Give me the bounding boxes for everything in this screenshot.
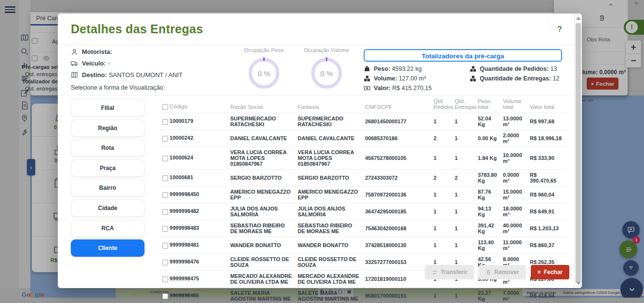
row-checkbox[interactable]: [162, 209, 168, 215]
table-row: 10000624 VERA LUCIA CORREA MOTA LOPES 01…: [160, 147, 567, 170]
help-button[interactable]: ?: [557, 25, 562, 34]
gauge-peso-label: Ocupação Peso: [233, 47, 295, 53]
cell-fantasia: JULIA DOS ANJOS SALMORIA: [295, 203, 363, 220]
row-checkbox[interactable]: [162, 243, 168, 249]
cell-fantasia: SALETE MARIA AGOSTINI MARTINS ME: [295, 288, 363, 303]
veiculo-row: Veículo: -: [71, 60, 110, 67]
cell-volume-total: 40.0000 m³: [500, 220, 527, 237]
weight-icon: [364, 66, 370, 72]
cell-peso-total: 94.13 Kg: [475, 203, 500, 220]
cell-qtd-entregas: 1: [452, 130, 475, 147]
view-button[interactable]: RCA: [71, 220, 145, 237]
cell-razao-social: SUPERMERCADO RATACHESKI: [228, 113, 295, 130]
cell-cnpj: 45675278000105: [363, 147, 431, 170]
motorista-row: Motorista:: [71, 48, 112, 55]
cell-peso-total: 52.04 Kg: [475, 113, 500, 130]
truck-icon: [71, 60, 78, 67]
view-button[interactable]: Região: [71, 119, 145, 137]
cell-valor-total: R$ 18.996,18: [527, 130, 567, 147]
row-checkbox[interactable]: [162, 260, 168, 265]
view-button-cliente[interactable]: Cliente: [71, 239, 145, 257]
cell-codigo: 10000681: [160, 170, 228, 186]
table-row: 9999998483 SEBASTIAO RIBEIRO DE MORAES M…: [160, 220, 567, 237]
cell-codigo: 9999998450: [160, 186, 228, 203]
remove-button[interactable]: Remover: [479, 265, 526, 279]
money-icon: [364, 85, 370, 92]
total-entregas: Quantidade de Entregas: 12: [470, 75, 559, 82]
cell-cnpj: 17201819000110: [363, 271, 431, 288]
cell-razao-social: WANDER BONATTO: [228, 237, 295, 254]
cell-cnpj: 36474295000185: [363, 203, 431, 220]
cell-codigo: 9999998481: [160, 237, 228, 254]
trash-icon: [486, 269, 491, 275]
view-button[interactable]: Cidade: [71, 199, 145, 217]
cell-peso-total: 3783.80 Kg: [475, 170, 500, 186]
cell-razao-social: JULIA DOS ANJOS SALMORIA: [228, 203, 295, 220]
cell-cnpj: 75870972000136: [363, 186, 431, 203]
cell-volume-total: 10.0000 m³: [500, 147, 527, 170]
select-view-label: Selecione a forma de Visualização:: [71, 84, 165, 91]
cell-valor-total: R$ 1.203,13: [527, 220, 567, 237]
cell-cnpj: 26801450000177: [363, 113, 431, 130]
cell-peso-total: 23.27 Kg: [475, 288, 500, 303]
gauge-peso: 0 %: [249, 58, 279, 89]
person-icon: [71, 48, 78, 55]
application-window: Google CÓRDOVA ENTRE RÍOS Sat Hill Atalh…: [0, 0, 644, 303]
cell-razao-social: MERCADO ALEXANDRE DE OLIVEIRA LTDA ME: [228, 271, 295, 288]
cell-qtd-entregas: 1: [452, 237, 475, 254]
row-checkbox[interactable]: [162, 277, 168, 282]
row-checkbox[interactable]: [162, 293, 168, 299]
cell-peso-total: 0.00 Kg: [475, 130, 500, 147]
row-checkbox[interactable]: [162, 226, 168, 232]
table-row: 9999998482 JULIA DOS ANJOS SALMORIA JULI…: [160, 203, 567, 220]
cell-codigo: 9999998476: [160, 254, 228, 271]
destino-row: Destino: SANTOS DUMONT / ANIT: [71, 71, 183, 79]
select-all-rows-checkbox[interactable]: [162, 104, 168, 110]
table-header-row: Código Razão Social Fantasia CNPJ/CPF Qt…: [160, 96, 567, 113]
cell-razao-social: SEBASTIAO RIBEIRO DE MORAES ME: [228, 220, 295, 237]
scrollbar-thumb[interactable]: [576, 23, 581, 282]
row-checkbox[interactable]: [162, 119, 168, 125]
totalizadores-header: Totalizadores da pré-carga: [364, 49, 562, 62]
view-button[interactable]: Filial: [71, 99, 145, 117]
cell-qtd-pedidos: 2: [431, 130, 452, 147]
view-button[interactable]: Praça: [71, 159, 145, 177]
row-checkbox[interactable]: [162, 192, 168, 198]
cell-cnpj: 33257277000153: [363, 254, 431, 271]
cell-codigo: 9999998482: [160, 203, 228, 220]
cell-volume-total: 0.0000 m³: [500, 170, 527, 186]
scroll-up-arrow[interactable]: [576, 17, 581, 20]
cell-cnpj: 95801700000191: [363, 288, 431, 303]
cubes-icon: [364, 75, 370, 82]
table-row: 10000179 SUPERMERCADO RATACHESKI SUPERME…: [160, 113, 567, 130]
view-button[interactable]: Bairro: [71, 179, 145, 197]
cell-fantasia: WANDER BONATTO: [295, 237, 363, 254]
total-volume: Volume: 127.00 m³: [364, 75, 426, 82]
cell-valor-total: R$ 649,91: [527, 203, 567, 220]
modal-scrollbar[interactable]: [574, 13, 582, 288]
cell-codigo: 10000624: [160, 147, 228, 170]
row-checkbox[interactable]: [162, 175, 168, 181]
cell-qtd-pedidos: 1: [431, 203, 452, 220]
close-button[interactable]: × Fechar: [531, 265, 569, 279]
cell-volume-total: 13.0000 m³: [500, 113, 527, 130]
cell-qtd-pedidos: 1: [431, 220, 452, 237]
cell-razao-social: SERGIO BARZOTTO: [228, 170, 295, 186]
row-checkbox[interactable]: [162, 136, 168, 142]
transfer-button[interactable]: Transferir: [425, 265, 474, 279]
cell-fantasia: SUPERMERCADO RATACHESKI: [295, 113, 363, 130]
cell-qtd-pedidos: 1: [431, 237, 452, 254]
cell-volume-total: 2.0000 m³: [500, 130, 527, 147]
cell-razao-social: AMERICO MENEGAZZO EPP: [228, 186, 295, 203]
scroll-down-arrow[interactable]: [576, 282, 581, 285]
cell-valor-total: R$ 860,37: [527, 237, 567, 254]
cell-razao-social: DANIEL CAVALCANTE: [228, 130, 295, 147]
row-checkbox[interactable]: [162, 156, 168, 161]
cell-qtd-pedidos: 1: [431, 147, 452, 170]
view-button[interactable]: Rota: [71, 139, 145, 157]
cell-qtd-entregas: 1: [452, 186, 475, 203]
total-valor: Valor: R$ 415.270,15: [364, 85, 432, 92]
table-row: 10000242 DANIEL CAVALCANTE DANIEL CAVALC…: [160, 130, 567, 147]
cell-fantasia: SEBASTIAO RIBEIRO DE MORAES ME: [295, 220, 363, 237]
gauge-volume: 0 %: [311, 58, 342, 89]
